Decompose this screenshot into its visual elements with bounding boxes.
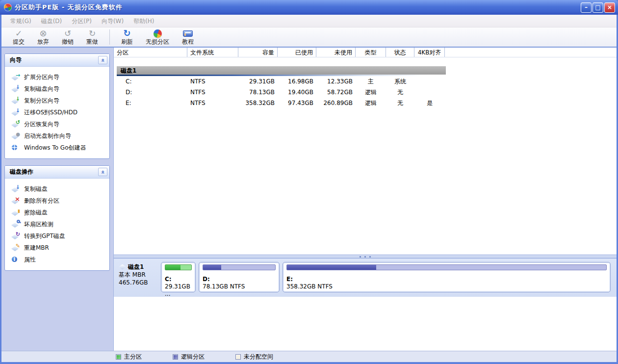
sidebar-item-extend-partition-wizard[interactable]: 扩展分区向导: [5, 71, 109, 83]
commit-button[interactable]: 提交: [6, 27, 31, 47]
partition-block-e[interactable]: E: 358.32GB NTFS: [283, 262, 611, 292]
splitter-handle[interactable]: [114, 255, 617, 259]
sidebar-item-copy-disk-wizard[interactable]: 复制磁盘向导: [5, 83, 109, 95]
table-header-row: 分区 文件系统 容量 已使用 未使用 类型 状态 4KB对齐: [114, 48, 617, 57]
main-area: 向导 « 扩展分区向导 复制磁盘向导 复制分区向导: [1, 48, 617, 351]
sidebar-item-copy-partition-wizard[interactable]: 复制分区向导: [5, 95, 109, 106]
table-row-e[interactable]: E: NTFS 358.32GB 97.43GB 260.89GB 逻辑 无 是: [114, 98, 617, 108]
disk-info: 磁盘1 基本 MBR 465.76GB: [119, 262, 161, 297]
sidebar-item-wipe-disk[interactable]: 擦除磁盘: [5, 207, 109, 218]
usage-bar: [203, 264, 276, 270]
undo-icon: [64, 28, 71, 38]
minimize-button[interactable]: –: [581, 2, 592, 13]
app-window: 分区助手PE版 - 无损分区免费软件 – □ × 常规(G) 磁盘(D) 分区(…: [0, 0, 618, 364]
redo-icon: [89, 28, 96, 38]
bad-sector-test-icon: [11, 221, 20, 228]
menu-wizard[interactable]: 向导(W): [97, 16, 129, 26]
disk-capacity: 465.76GB: [119, 279, 161, 286]
menu-disk[interactable]: 磁盘(D): [36, 16, 67, 26]
column-header-partition[interactable]: 分区: [114, 48, 187, 57]
table-row-d[interactable]: D: NTFS 78.13GB 19.40GB 58.72GB 逻辑 无: [114, 87, 617, 98]
wizards-panel-title: 向导: [10, 56, 98, 64]
disk-operations-panel-title: 磁盘操作: [10, 168, 98, 176]
disk-operations-collapse-button[interactable]: «: [98, 168, 107, 176]
sidebar: 向导 « 扩展分区向导 复制磁盘向导 复制分区向导: [1, 48, 113, 351]
convert-to-gpt-icon: [11, 233, 20, 239]
copy-partition-wizard-icon: [11, 97, 20, 104]
wizards-panel: 向导 « 扩展分区向导 复制磁盘向导 复制分区向导: [4, 53, 110, 159]
column-header-status[interactable]: 状态: [386, 48, 414, 57]
column-header-type[interactable]: 类型: [356, 48, 386, 57]
discard-button[interactable]: 放弃: [31, 27, 55, 47]
usage-bar: [165, 264, 192, 270]
migrate-os-icon: [11, 109, 20, 116]
title-bar: 分区助手PE版 - 无损分区免费软件 – □ ×: [0, 0, 618, 15]
refresh-icon: [123, 28, 130, 38]
window-title: 分区助手PE版 - 无损分区免费软件: [15, 3, 123, 12]
menu-partition[interactable]: 分区(P): [67, 16, 97, 26]
disk-name: 磁盘1: [128, 263, 144, 271]
logical-partition-swatch-icon: [173, 354, 178, 360]
menu-help[interactable]: 帮助(H): [129, 16, 159, 26]
status-bar: 主分区 逻辑分区 未分配空间: [1, 351, 617, 362]
sidebar-item-bootable-cd-wizard[interactable]: 启动光盘制作向导: [5, 130, 109, 142]
sidebar-item-properties[interactable]: 属性: [5, 254, 109, 265]
wipe-disk-icon: [11, 209, 20, 216]
partition-block-d[interactable]: D: 78.13GB NTFS: [199, 262, 280, 292]
column-header-filler: [445, 48, 617, 57]
usage-bar: [286, 264, 607, 270]
tutorial-book-icon: [183, 30, 193, 37]
delete-all-partitions-icon: [11, 197, 20, 204]
chevron-up-icon: «: [100, 58, 105, 62]
legend-logical-partition: 逻辑分区: [173, 353, 205, 361]
extend-partition-icon: [11, 74, 20, 80]
primary-partition-swatch-icon: [116, 354, 121, 360]
legend-primary-partition: 主分区: [116, 353, 142, 361]
sidebar-item-migrate-os[interactable]: 迁移OS到SSD/HDD: [5, 106, 109, 118]
menu-general[interactable]: 常规(G): [5, 16, 36, 26]
toolbar-separator: [109, 29, 110, 45]
sidebar-item-bad-sector-test[interactable]: 坏扇区检测: [5, 218, 109, 230]
tutorial-button[interactable]: 教程: [176, 27, 200, 47]
commit-check-icon: [15, 28, 22, 38]
bootable-cd-icon: [11, 132, 20, 139]
refresh-button[interactable]: 刷新: [115, 27, 139, 47]
sidebar-item-windows-to-go[interactable]: Windows To Go创建器: [5, 142, 109, 154]
sidebar-item-partition-recovery-wizard[interactable]: 分区恢复向导: [5, 118, 109, 130]
disk-icon: [119, 264, 126, 270]
wizards-panel-header: 向导 «: [5, 54, 109, 67]
discard-icon: [39, 28, 47, 38]
undo-button[interactable]: 撤销: [55, 27, 80, 47]
unallocated-swatch-icon: [235, 354, 241, 360]
content-area: 分区 文件系统 容量 已使用 未使用 类型 状态 4KB对齐 磁盘1 C: NT…: [113, 48, 617, 351]
close-button[interactable]: ×: [604, 2, 615, 13]
lossless-partition-button[interactable]: 无损分区: [139, 27, 176, 47]
disk-group-header: 磁盘1: [117, 66, 446, 75]
disk-operations-panel: 磁盘操作 « 复制磁盘 删除所有分区 擦除磁盘: [4, 165, 110, 271]
column-header-capacity[interactable]: 容量: [238, 48, 278, 57]
app-icon: [4, 3, 12, 11]
disk-style: 基本 MBR: [119, 271, 161, 279]
column-header-filesystem[interactable]: 文件系统: [187, 48, 238, 57]
column-header-4kb[interactable]: 4KB对齐: [414, 48, 445, 57]
table-row-c[interactable]: C: NTFS 29.31GB 16.98GB 12.33GB 主 系统: [114, 76, 617, 87]
column-header-used[interactable]: 已使用: [278, 48, 316, 57]
wizards-collapse-button[interactable]: «: [98, 56, 107, 64]
partition-block-c[interactable]: C: 29.31GB ...: [161, 262, 196, 292]
sidebar-item-delete-all-partitions[interactable]: 删除所有分区: [5, 195, 109, 207]
rebuild-mbr-icon: [11, 244, 20, 251]
menu-bar: 常规(G) 磁盘(D) 分区(P) 向导(W) 帮助(H): [1, 15, 617, 27]
sidebar-item-rebuild-mbr[interactable]: 重建MBR: [5, 242, 109, 254]
toolbar: 提交 放弃 撤销 重做 刷新 无损分区 教程: [1, 27, 617, 48]
windows-to-go-icon: [11, 144, 20, 151]
redo-button[interactable]: 重做: [80, 27, 104, 47]
copy-disk-wizard-icon: [11, 85, 20, 92]
sidebar-item-copy-disk[interactable]: 复制磁盘: [5, 183, 109, 195]
copy-disk-icon: [11, 185, 20, 192]
sidebar-item-convert-to-gpt[interactable]: 转换到GPT磁盘: [5, 230, 109, 242]
column-header-unused[interactable]: 未使用: [316, 48, 356, 57]
legend-unallocated: 未分配空间: [235, 353, 273, 361]
chevron-up-icon: «: [100, 170, 105, 174]
maximize-button[interactable]: □: [592, 2, 603, 13]
partition-recovery-icon: [11, 121, 20, 128]
